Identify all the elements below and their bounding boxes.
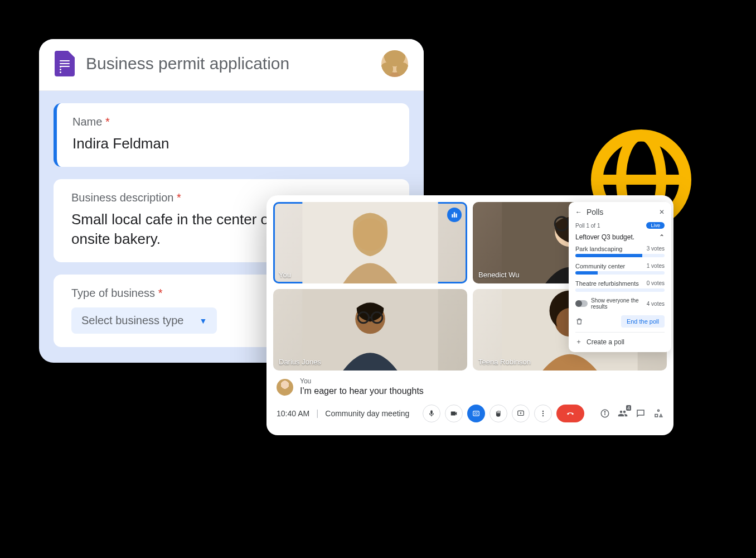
camera-button[interactable]: [445, 405, 463, 422]
video-tile-darius[interactable]: Darius Jones: [273, 289, 467, 371]
more-options-button[interactable]: [534, 405, 552, 422]
poll-question: Leftover Q3 budget.: [575, 233, 634, 241]
question-label: Business description: [71, 191, 173, 204]
svg-rect-31: [655, 415, 658, 417]
svg-rect-7: [455, 214, 457, 218]
form-header: Business permit application: [39, 39, 424, 91]
create-poll-label: Create a poll: [587, 338, 624, 346]
mic-button[interactable]: [423, 405, 440, 422]
show-results-toggle[interactable]: [575, 300, 588, 307]
tile-label: Darius Jones: [279, 358, 321, 366]
option-votes: 3 votes: [647, 246, 665, 252]
end-poll-button[interactable]: End the poll: [621, 315, 665, 328]
name-input[interactable]: Indira Feldman: [72, 134, 391, 153]
caption-text: I'm eager to hear your thoughts: [300, 386, 424, 397]
tile-label: You: [279, 271, 291, 279]
question-name[interactable]: Name * Indira Feldman: [54, 103, 409, 167]
svg-text:CC: CC: [474, 412, 478, 415]
poll-counter: Poll 1 of 1: [575, 223, 600, 229]
select-placeholder: Select business type: [81, 314, 183, 327]
svg-marker-32: [660, 415, 662, 417]
poll-option[interactable]: Theatre refurbishments0 votes: [575, 280, 665, 292]
end-call-button[interactable]: [556, 405, 584, 422]
poll-option[interactable]: Park landscaping3 votes: [575, 246, 665, 257]
chevron-up-icon[interactable]: ⌃: [659, 233, 665, 241]
option-votes: 1 votes: [647, 263, 665, 270]
poll-indicator-icon: [447, 208, 462, 222]
question-label: Type of business: [71, 287, 155, 299]
option-label: Community center: [575, 263, 625, 270]
delete-poll-button[interactable]: [575, 318, 583, 325]
form-title: Business permit application: [86, 54, 381, 73]
create-poll-button[interactable]: ＋ Create a poll: [575, 332, 665, 348]
option-label: Park landscaping: [575, 246, 622, 252]
tile-label: Teena Robinson: [478, 358, 531, 366]
polls-panel: ← Polls ✕ Poll 1 of 1 Live Leftover Q3 b…: [569, 202, 671, 352]
svg-point-26: [542, 415, 544, 416]
business-type-select[interactable]: Select business type ▼: [71, 307, 217, 334]
activities-button[interactable]: [653, 408, 663, 419]
present-button[interactable]: [512, 405, 530, 422]
polls-title: Polls: [587, 208, 655, 217]
participant-count-badge: 4: [626, 405, 631, 411]
option-votes: 0 votes: [647, 280, 665, 287]
poll-option[interactable]: Community center1 votes: [575, 263, 665, 275]
chat-button[interactable]: [636, 408, 646, 419]
people-button[interactable]: 4: [618, 408, 628, 419]
meeting-time: 10:40 AM: [277, 409, 309, 418]
chevron-down-icon: ▼: [199, 316, 207, 325]
caption-avatar: [277, 379, 293, 396]
svg-point-25: [542, 413, 544, 414]
live-badge: Live: [646, 222, 665, 229]
caption-speaker: You: [300, 377, 424, 386]
plus-icon: ＋: [575, 337, 582, 347]
info-button[interactable]: [600, 408, 610, 419]
close-icon[interactable]: ✕: [659, 208, 665, 216]
required-asterisk: *: [105, 116, 110, 128]
svg-rect-5: [452, 214, 453, 218]
show-results-label: Show everyone the results: [591, 297, 643, 310]
svg-point-24: [542, 411, 544, 412]
captions-button[interactable]: CC: [467, 405, 485, 422]
google-forms-icon: [55, 51, 75, 76]
svg-point-29: [604, 411, 605, 412]
svg-rect-6: [454, 212, 455, 217]
total-votes: 4 votes: [647, 301, 665, 307]
caption-row: You I'm eager to hear your thoughts: [266, 373, 673, 399]
meeting-name: Community day meeting: [325, 409, 409, 418]
required-asterisk: *: [177, 191, 181, 204]
question-label: Name: [72, 116, 102, 128]
required-asterisk: *: [158, 287, 163, 299]
meet-controls-bar: 10:40 AM | Community day meeting CC 4: [266, 399, 673, 430]
tile-label: Benedict Wu: [478, 271, 519, 279]
back-icon[interactable]: ←: [575, 208, 582, 216]
video-tile-you[interactable]: You: [273, 202, 467, 283]
option-label: Theatre refurbishments: [575, 280, 639, 287]
svg-point-30: [658, 410, 660, 411]
raise-hand-button[interactable]: [490, 405, 507, 422]
user-avatar[interactable]: [381, 50, 408, 77]
